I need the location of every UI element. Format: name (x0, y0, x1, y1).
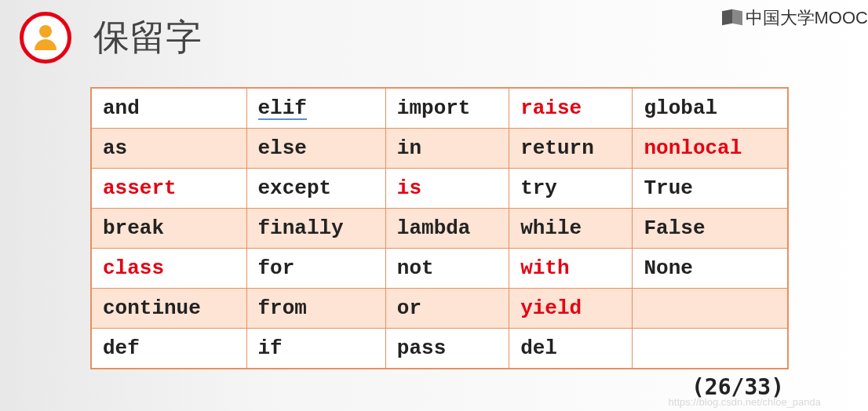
keyword-cell: and (91, 88, 246, 129)
keyword-cell: in (385, 129, 509, 169)
keywords-table: andelifimportraiseglobalaselseinreturnno… (90, 87, 789, 369)
keywords-table-wrap: andelifimportraiseglobalaselseinreturnno… (90, 87, 789, 400)
keyword-cell: finally (246, 209, 385, 249)
keyword-cell: continue (91, 289, 246, 329)
keyword-cell: for (246, 249, 385, 289)
keyword-cell: if (246, 329, 385, 369)
table-row: aselseinreturnnonlocal (91, 129, 788, 169)
keyword-cell: return (509, 129, 633, 169)
table-row: andelifimportraiseglobal (91, 88, 788, 129)
keyword-cell: False (633, 209, 788, 249)
keyword-cell: import (385, 88, 509, 129)
keyword-cell: except (246, 169, 385, 209)
keyword-cell: None (633, 249, 788, 289)
keyword-cell: from (246, 289, 385, 329)
keyword-cell: assert (91, 169, 246, 209)
keyword-cell: else (246, 129, 385, 169)
keyword-cell (633, 329, 788, 369)
keyword-cell: with (509, 249, 633, 289)
keyword-cell: del (509, 329, 633, 369)
keyword-cell: raise (509, 88, 633, 129)
keyword-cell (633, 289, 788, 329)
keyword-cell: break (91, 209, 246, 249)
table-row: assertexceptistryTrue (91, 169, 788, 209)
table-row: breakfinallylambdawhileFalse (91, 209, 788, 249)
table-row: defifpassdel (91, 329, 788, 369)
keyword-cell: while (509, 209, 633, 249)
person-icon (30, 22, 61, 53)
book-icon (722, 10, 742, 26)
keyword-cell: True (633, 169, 788, 209)
keyword-cell: def (91, 329, 246, 369)
keyword-cell: class (91, 249, 246, 289)
brand-text: 中国大学MOOC (746, 6, 868, 30)
keyword-cell: nonlocal (633, 129, 788, 169)
table-row: continuefromoryield (91, 289, 788, 329)
table-row: classfornotwithNone (91, 249, 788, 289)
keyword-cell: pass (385, 329, 509, 369)
slide-title: 保留字 (93, 13, 202, 62)
brand-label: 中国大学MOOC (722, 6, 868, 30)
keyword-cell: global (633, 88, 788, 129)
keyword-cell: lambda (385, 209, 509, 249)
avatar-ring (20, 12, 71, 64)
keyword-cell: is (385, 169, 509, 209)
keyword-cell: not (385, 249, 509, 289)
watermark-text: https://blog.csdn.net/chloe_panda (669, 396, 821, 408)
keyword-cell: elif (246, 88, 385, 129)
keyword-cell: try (509, 169, 633, 209)
keyword-cell: as (91, 129, 246, 169)
keyword-cell: yield (509, 289, 633, 329)
keyword-cell: or (385, 289, 509, 329)
